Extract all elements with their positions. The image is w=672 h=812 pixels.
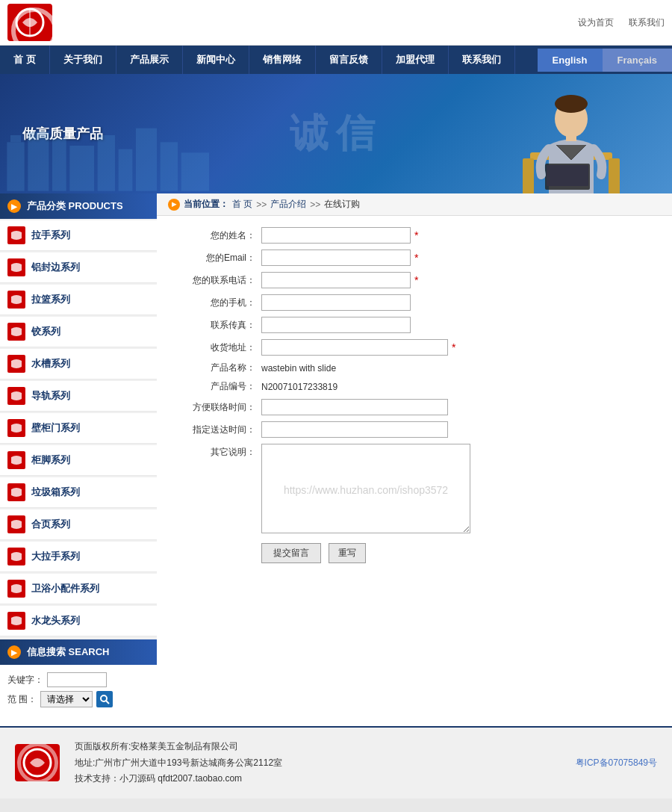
delivery-time-label: 指定送达时间： bbox=[172, 424, 261, 436]
sidebar-category-icon bbox=[7, 483, 25, 501]
nav-home[interactable]: 首 页 bbox=[0, 46, 50, 74]
keyword-row: 关键字： bbox=[7, 672, 149, 687]
sidebar-item-lalan[interactable]: 拉篮系列 bbox=[0, 285, 157, 315]
svg-point-23 bbox=[24, 749, 51, 776]
sidebar-item-lajixiang[interactable]: 垃圾箱系列 bbox=[0, 477, 157, 508]
submit-button[interactable]: 提交留言 bbox=[261, 543, 321, 563]
main-container: ▶ 产品分类 PRODUCTS 拉手系列 铝封边系列 拉篮系列 铰系列 bbox=[0, 193, 672, 719]
delivery-time-row: 指定送达时间： bbox=[172, 421, 657, 438]
sidebar-category-icon bbox=[7, 580, 25, 598]
reset-button[interactable]: 重写 bbox=[329, 543, 366, 563]
search-section-header: ▶ 信息搜索 SEARCH bbox=[0, 639, 157, 665]
search-section-label: 信息搜索 SEARCH bbox=[27, 645, 110, 659]
sidebar-item-weiyupeiijian[interactable]: 卫浴小配件系列 bbox=[0, 574, 157, 604]
sidebar-item-label: 大拉手系列 bbox=[31, 550, 80, 563]
address-label: 收货地址： bbox=[172, 341, 261, 354]
lang-french-button[interactable]: Français bbox=[603, 49, 672, 72]
product-name-value: wastebin with slide bbox=[261, 363, 336, 374]
fax-row: 联系传真： bbox=[172, 317, 657, 333]
svg-rect-11 bbox=[181, 152, 209, 190]
sidebar-item-label: 垃圾箱系列 bbox=[31, 486, 80, 499]
svg-point-21 bbox=[101, 695, 107, 701]
sidebar-category-icon bbox=[7, 355, 25, 373]
keyword-label: 关键字： bbox=[7, 674, 43, 687]
footer-tech-support: 技术支持：小刀源码 qfdt2007.taobao.com bbox=[75, 771, 561, 787]
convenient-time-label: 方便联络时间： bbox=[172, 401, 261, 414]
svg-rect-8 bbox=[119, 149, 133, 191]
sidebar-products-label: 产品分类 PRODUCTS bbox=[27, 199, 123, 213]
address-required: * bbox=[452, 341, 455, 353]
name-input[interactable] bbox=[261, 227, 411, 244]
set-homepage-link[interactable]: 设为首页 bbox=[578, 16, 614, 29]
svg-line-22 bbox=[106, 701, 109, 704]
svg-rect-14 bbox=[523, 158, 534, 193]
nav-sales[interactable]: 销售网络 bbox=[249, 46, 316, 74]
sidebar: ▶ 产品分类 PRODUCTS 拉手系列 铝封边系列 拉篮系列 铰系列 bbox=[0, 193, 157, 719]
product-name-row: 产品名称： wastebin with slide bbox=[172, 362, 657, 374]
logo-area bbox=[7, 4, 52, 41]
notes-label: 其它说明： bbox=[172, 444, 261, 459]
nav-join[interactable]: 加盟代理 bbox=[382, 46, 449, 74]
sidebar-category-icon bbox=[7, 451, 25, 469]
banner-title: 诚信 bbox=[290, 108, 382, 160]
contact-link[interactable]: 联系我们 bbox=[629, 16, 665, 29]
sidebar-item-lvfengbian[interactable]: 铝封边系列 bbox=[0, 252, 157, 283]
nav-about[interactable]: 关于我们 bbox=[50, 46, 116, 74]
breadcrumb-home[interactable]: 首 页 bbox=[232, 198, 252, 211]
notes-textarea[interactable] bbox=[261, 444, 470, 533]
sidebar-category-icon bbox=[7, 515, 25, 533]
svg-rect-5 bbox=[52, 139, 66, 191]
sidebar-item-jiao[interactable]: 铰系列 bbox=[0, 317, 157, 347]
sidebar-item-lashou[interactable]: 拉手系列 bbox=[0, 220, 157, 251]
address-input[interactable] bbox=[261, 339, 448, 356]
range-row: 范 围： 请选择 bbox=[7, 691, 149, 707]
keyword-input[interactable] bbox=[47, 672, 107, 687]
product-no-value: N20071017233819 bbox=[261, 382, 337, 392]
search-arrow-icon: ▶ bbox=[7, 645, 21, 659]
order-form: 您的姓名： * 您的Email： * 您的联系电话： * 您的手机： bbox=[157, 216, 672, 578]
footer-icp[interactable]: 粤ICP备07075849号 bbox=[576, 757, 657, 769]
nav-news[interactable]: 新闻中心 bbox=[183, 46, 249, 74]
lang-english-button[interactable]: English bbox=[538, 49, 603, 72]
mobile-input[interactable] bbox=[261, 294, 411, 311]
svg-rect-20 bbox=[547, 165, 588, 186]
email-input[interactable] bbox=[261, 250, 411, 266]
search-button[interactable] bbox=[96, 691, 113, 707]
range-select[interactable]: 请选择 bbox=[40, 691, 93, 707]
fax-label: 联系传真： bbox=[172, 319, 261, 332]
nav-feedback[interactable]: 留言反馈 bbox=[316, 46, 382, 74]
footer: 页面版权所有:安格莱美五金制品有限公司 地址:广州市广州大道中193号新达城商务… bbox=[0, 726, 672, 799]
sidebar-item-daogui[interactable]: 导轨系列 bbox=[0, 381, 157, 412]
phone-label: 您的联系电话： bbox=[172, 274, 261, 287]
top-header: 设为首页 联系我们 bbox=[0, 0, 672, 46]
sidebar-item-bigui[interactable]: 壁柜门系列 bbox=[0, 413, 157, 444]
sidebar-item-heye[interactable]: 合页系列 bbox=[0, 509, 157, 540]
fax-input[interactable] bbox=[261, 317, 411, 333]
phone-required: * bbox=[414, 274, 418, 286]
svg-rect-15 bbox=[609, 158, 620, 193]
sidebar-item-guijiao[interactable]: 柜脚系列 bbox=[0, 445, 157, 476]
footer-logo bbox=[15, 744, 60, 781]
phone-input[interactable] bbox=[261, 272, 411, 288]
breadcrumb-products[interactable]: 产品介绍 bbox=[270, 198, 306, 211]
sidebar-category-icon bbox=[7, 258, 25, 276]
delivery-time-input[interactable] bbox=[261, 421, 448, 438]
sidebar-item-shuicao[interactable]: 水槽系列 bbox=[0, 349, 157, 379]
convenient-time-input[interactable] bbox=[261, 399, 448, 415]
sidebar-item-label: 铰系列 bbox=[31, 325, 60, 338]
svg-rect-2 bbox=[7, 142, 24, 190]
nav-products[interactable]: 产品展示 bbox=[116, 46, 183, 74]
product-no-label: 产品编号： bbox=[172, 380, 261, 393]
nav-contact[interactable]: 联系我们 bbox=[449, 46, 515, 74]
sidebar-arrow-icon: ▶ bbox=[7, 199, 21, 213]
sidebar-item-dalashou[interactable]: 大拉手系列 bbox=[0, 542, 157, 572]
sidebar-item-shuilongtou[interactable]: 水龙头系列 bbox=[0, 606, 157, 636]
sidebar-category-icon bbox=[7, 323, 25, 341]
sidebar-item-label: 柜脚系列 bbox=[31, 453, 70, 467]
footer-copyright: 页面版权所有:安格莱美五金制品有限公司 bbox=[75, 739, 561, 755]
banner: 做高质量产品 诚信 bbox=[0, 74, 672, 193]
sidebar-category-icon bbox=[7, 548, 25, 565]
content-area: ▶ 当前位置： 首 页 >> 产品介绍 >> 在线订购 您的姓名： * 您的Em… bbox=[157, 193, 672, 719]
sidebar-category-icon bbox=[7, 612, 25, 630]
sidebar-item-label: 水龙头系列 bbox=[31, 614, 80, 627]
